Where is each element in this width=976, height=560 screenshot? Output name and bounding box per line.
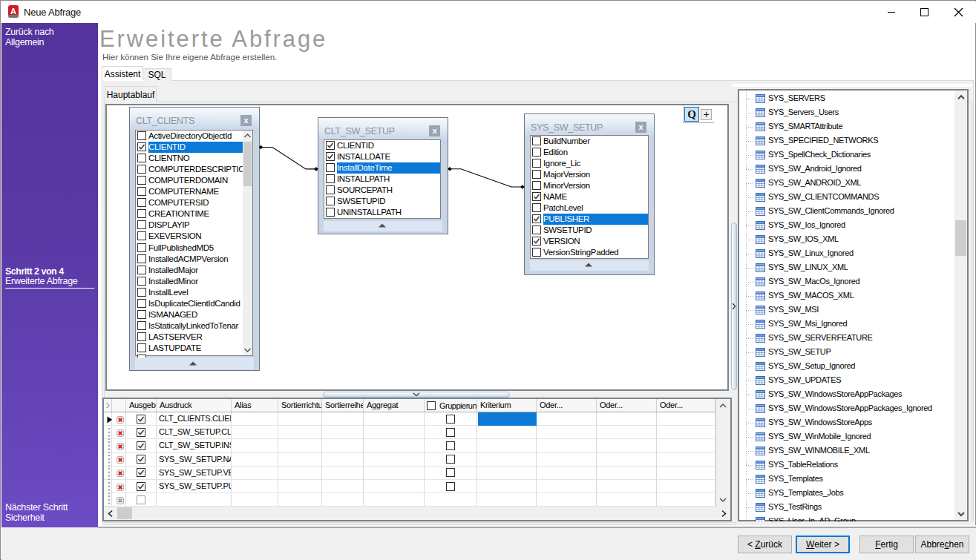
svg-text:A: A (10, 7, 16, 16)
